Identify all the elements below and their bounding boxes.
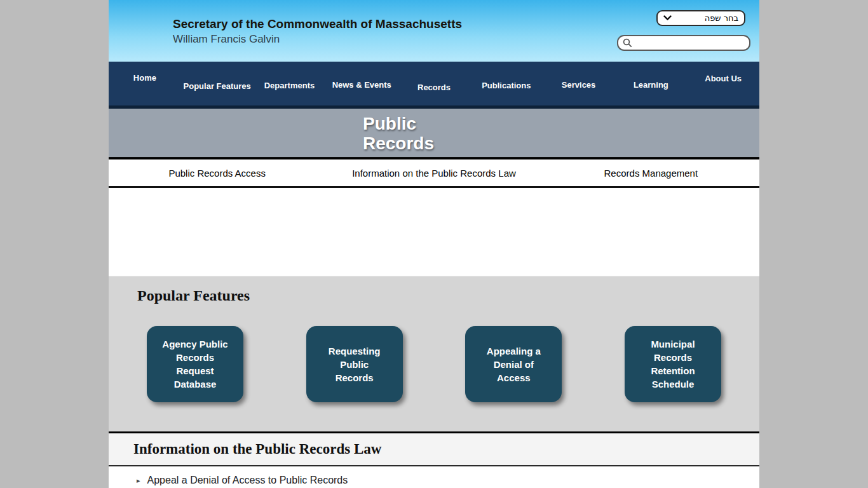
page-title-line1: Public bbox=[363, 114, 759, 133]
info-section-heading: Information on the Public Records Law bbox=[109, 433, 759, 458]
feature-button-appealing-denial[interactable]: Appealing a Denial of Access bbox=[465, 326, 562, 402]
link-appeal-denial-of-access[interactable]: Appeal a Denial of Access to Public Reco… bbox=[147, 475, 348, 486]
popular-features-section: Popular Features Agency Public Records R… bbox=[109, 276, 759, 431]
subnav-information-public-records-law[interactable]: Information on the Public Records Law bbox=[325, 168, 542, 179]
feature-button-agency-records-database[interactable]: Agency Public Records Request Database bbox=[147, 326, 243, 402]
nav-item-learning[interactable]: Learning bbox=[614, 80, 687, 105]
page-title: Public Records bbox=[109, 109, 759, 153]
main-nav: Home Popular Features Departments News &… bbox=[109, 62, 759, 109]
nav-item-services[interactable]: Services bbox=[543, 80, 615, 105]
content-spacer bbox=[109, 188, 759, 276]
nav-item-departments[interactable]: Departments bbox=[254, 81, 326, 105]
site-header: Secretary of the Commonwealth of Massach… bbox=[109, 0, 759, 62]
nav-item-home[interactable]: Home bbox=[109, 73, 181, 105]
search-box[interactable] bbox=[617, 35, 750, 51]
nav-item-news-events[interactable]: News & Events bbox=[325, 80, 398, 105]
language-selector-label: בחר שפה bbox=[705, 13, 738, 23]
triangle-bullet-icon: ▸ bbox=[137, 477, 140, 485]
popular-features-heading: Popular Features bbox=[109, 276, 759, 304]
chevron-down-icon bbox=[663, 15, 672, 21]
feature-button-row: Agency Public Records Request Database R… bbox=[109, 326, 759, 402]
feature-button-municipal-retention-schedule[interactable]: Municipal Records Retention Schedule bbox=[625, 326, 721, 402]
feature-button-requesting-public-records[interactable]: Requesting Public Records bbox=[306, 326, 403, 402]
list-item: ▸ Appeal a Denial of Access to Public Re… bbox=[137, 475, 759, 486]
info-section: Information on the Public Records Law bbox=[109, 431, 759, 466]
nav-item-records[interactable]: Records bbox=[398, 83, 470, 105]
page-banner: Public Records bbox=[109, 109, 759, 158]
search-icon bbox=[623, 38, 632, 48]
section-nav: Public Records Access Information on the… bbox=[109, 158, 759, 188]
nav-item-about-us[interactable]: About Us bbox=[687, 74, 759, 105]
subnav-public-records-access[interactable]: Public Records Access bbox=[109, 168, 325, 179]
page: Secretary of the Commonwealth of Massach… bbox=[109, 0, 759, 488]
page-title-line2: Records bbox=[363, 133, 759, 153]
nav-item-popular-features[interactable]: Popular Features bbox=[181, 81, 254, 105]
nav-item-publications[interactable]: Publications bbox=[470, 81, 543, 105]
subnav-records-management[interactable]: Records Management bbox=[543, 168, 759, 179]
info-links-area: ▸ Appeal a Denial of Access to Public Re… bbox=[109, 466, 759, 486]
search-input[interactable] bbox=[635, 37, 747, 48]
language-selector[interactable]: בחר שפה bbox=[656, 10, 745, 26]
